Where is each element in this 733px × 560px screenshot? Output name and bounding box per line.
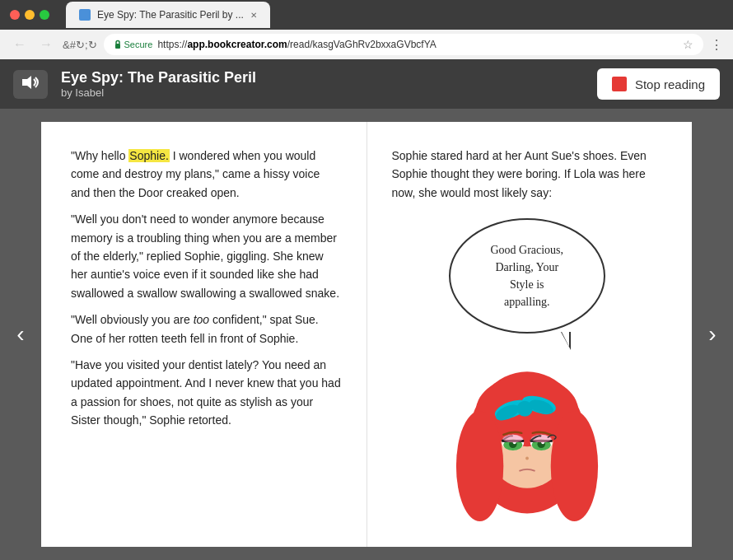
back-button[interactable]: ← (10, 35, 30, 54)
svg-point-6 (550, 411, 597, 521)
svg-marker-1 (22, 76, 31, 89)
tab-favicon-icon (79, 9, 91, 21)
address-bar-row: ← → &#↻;↻ Secure https://app.bookcreator… (0, 30, 733, 59)
italic-too: too (194, 313, 209, 326)
stop-icon (612, 77, 627, 91)
tab-bar: Eye Spy: The Parasitic Peril by ... ✕ (59, 2, 277, 28)
speech-bubble: Good Gracious,Darling, YourStyle isappal… (449, 218, 605, 334)
book-title-section: Eye Spy: The Parasitic Peril by Isabel (61, 69, 597, 99)
character-svg (445, 340, 609, 521)
svg-point-22 (525, 457, 529, 460)
page-left: "Why hello Sophie. I wondered when you w… (41, 122, 367, 547)
bookmark-icon[interactable]: ☆ (683, 38, 693, 51)
stop-reading-button[interactable]: Stop reading (597, 68, 720, 100)
secure-badge: Secure (114, 40, 153, 49)
lock-icon (114, 40, 122, 49)
volume-button[interactable] (13, 70, 48, 99)
title-bar: Eye Spy: The Parasitic Peril by ... ✕ (0, 0, 733, 30)
speech-bubble-container: Good Gracious,Darling, YourStyle isappal… (392, 218, 663, 521)
svg-point-16 (502, 435, 523, 443)
page-right: Sophie stared hard at her Aunt Sue's sho… (367, 122, 693, 547)
paragraph-4: "Have you visited your dentist lately? Y… (71, 356, 342, 430)
book-title: Eye Spy: The Parasitic Peril (61, 69, 597, 86)
refresh-button[interactable]: &#↻;↻ (63, 39, 97, 51)
maximize-button[interactable] (40, 10, 49, 20)
address-input[interactable]: Secure https://app.bookcreator.com/read/… (104, 34, 703, 55)
stop-reading-label: Stop reading (635, 77, 705, 91)
tab-close-icon[interactable]: ✕ (250, 11, 257, 20)
paragraph-1: "Why hello Sophie. I wondered when you w… (71, 147, 342, 202)
forward-button[interactable]: → (36, 35, 56, 54)
paragraph-3: "Well obviously you are too confident," … (71, 310, 342, 348)
svg-point-5 (456, 411, 503, 521)
book-content: "Why hello Sophie. I wondered when you w… (41, 122, 692, 547)
active-tab[interactable]: Eye Spy: The Parasitic Peril by ... ✕ (66, 2, 270, 28)
url-domain: app.bookcreator.com (187, 39, 287, 50)
browser-chrome: Eye Spy: The Parasitic Peril by ... ✕ ← … (0, 0, 733, 59)
next-page-button[interactable]: › (692, 109, 733, 560)
close-button[interactable] (10, 10, 20, 20)
app-header: Eye Spy: The Parasitic Peril by Isabel S… (0, 59, 733, 109)
traffic-lights (10, 10, 49, 20)
right-page-text: Sophie stared hard at her Aunt Sue's sho… (392, 147, 663, 202)
highlighted-name: Sophie. (128, 149, 169, 162)
speech-bubble-text: Good Gracious,Darling, YourStyle isappal… (490, 241, 563, 310)
url-text: https://app.bookcreator.com/read/kasgVaG… (157, 39, 436, 50)
book-author: by Isabel (61, 86, 597, 99)
main-content: ‹ "Why hello Sophie. I wondered when you… (0, 109, 733, 560)
tab-title: Eye Spy: The Parasitic Peril by ... (97, 9, 244, 21)
minimize-button[interactable] (25, 10, 35, 20)
menu-icon[interactable]: ⋮ (710, 37, 723, 53)
character-illustration (445, 340, 609, 521)
paragraph-2: "Well you don't need to wonder anymore b… (71, 210, 342, 302)
svg-rect-0 (115, 44, 120, 49)
prev-page-button[interactable]: ‹ (0, 109, 41, 560)
